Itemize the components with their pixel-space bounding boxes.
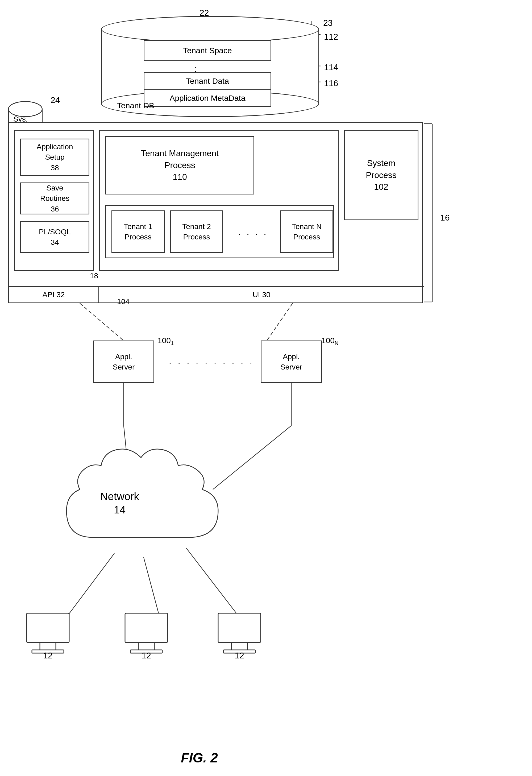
tenant-space-label: Tenant Space [183, 46, 232, 55]
tenant-dots: . . . . [228, 226, 278, 237]
svg-line-16 [66, 553, 114, 617]
plsoql-box: PL/SOQL34 [20, 221, 90, 253]
tenant-data-label: Tenant Data [186, 76, 229, 86]
label-16: 16 [440, 213, 450, 223]
label-24: 24 [50, 95, 60, 105]
app-metadata-label: Application MetaData [169, 93, 245, 103]
left-panel: ApplicationSetup38 SaveRoutines36 PL/SOQ… [14, 130, 94, 271]
appl-server-1: Appl.Server [93, 341, 154, 383]
svg-rect-26 [40, 642, 56, 650]
ui-label: UI 30 [253, 290, 271, 299]
label-22: 22 [199, 8, 209, 18]
label-18: 18 [90, 271, 98, 280]
cloud-svg: Network 14 [45, 436, 247, 553]
tenant1-process-box: Tenant 1Process [112, 210, 165, 253]
client-device-1: 12 [24, 610, 72, 664]
connector-lines [0, 0, 532, 776]
fig-caption: FIG. 2 [181, 750, 218, 766]
tenant-space-box: Tenant Space [144, 40, 271, 61]
tenant-procs-row: Tenant 1Process Tenant 2Process . . . . … [105, 205, 334, 258]
label-116: 116 [324, 78, 338, 88]
svg-rect-34 [231, 642, 247, 650]
svg-text:12: 12 [43, 651, 53, 660]
appl-server-n: Appl.Server [261, 341, 322, 383]
svg-rect-33 [218, 613, 261, 642]
tenant-db-group: Tenant Space : Tenant Data Application M… [101, 16, 319, 115]
api-ui-row: API 32 UI 30 [9, 286, 424, 302]
label-100-1: 1001 [158, 336, 174, 346]
tenant-mgmt-box: Tenant ManagementProcess110 [105, 136, 254, 194]
tenant2-process-box: Tenant 2Process [170, 210, 223, 253]
svg-rect-25 [27, 613, 69, 642]
client-device-3: 12 [215, 610, 263, 664]
center-panel: Tenant ManagementProcess110 Tenant 1Proc… [99, 130, 339, 271]
api-label: API 32 [42, 290, 65, 299]
ui-cell: UI 30 [99, 287, 424, 303]
svg-text:12: 12 [235, 651, 244, 660]
client-device-2: 12 [122, 610, 170, 664]
api-cell: API 32 [9, 287, 99, 303]
svg-text:12: 12 [142, 651, 151, 660]
label-23: 23 [323, 18, 333, 28]
tenant-db-label: Tenant DB [117, 101, 154, 110]
label-104: 104 [117, 298, 130, 306]
app-setup-box: ApplicationSetup38 [20, 139, 90, 176]
tenant-data-box: Tenant Data [144, 72, 271, 90]
svg-text:14: 14 [114, 504, 126, 516]
db-ellipse-top [101, 16, 319, 42]
label-112: 112 [324, 32, 338, 42]
svg-rect-29 [125, 613, 168, 642]
svg-line-10 [80, 303, 125, 342]
save-routines-box: SaveRoutines36 [20, 183, 90, 214]
diagram-container: Tenant Space : Tenant Data Application M… [0, 0, 532, 776]
system-process-box: SystemProcess102 [344, 130, 418, 220]
label-114: 114 [324, 62, 338, 72]
svg-line-18 [186, 548, 239, 617]
label-100-n: 100N [321, 336, 339, 346]
svg-rect-30 [138, 642, 154, 650]
svg-line-11 [266, 303, 293, 342]
server-dots: . . . . . . . . . . [169, 357, 254, 366]
svg-text:Network: Network [100, 491, 140, 502]
app-metadata-box: Application MetaData [144, 89, 271, 107]
svg-line-17 [144, 557, 160, 617]
server-box: ApplicationSetup38 SaveRoutines36 PL/SOQ… [8, 122, 423, 303]
tenantN-process-box: Tenant NProcess [280, 210, 333, 253]
